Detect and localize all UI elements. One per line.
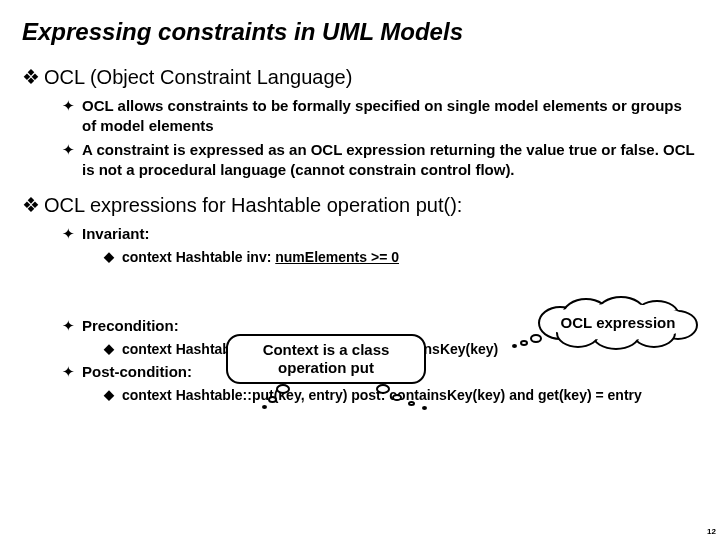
sub-bullet-icon: ✦ [62, 224, 82, 244]
section-ocl-expr: ❖ OCL expressions for Hashtable operatio… [22, 192, 698, 218]
callout-tail-icon [376, 384, 390, 394]
ocl-point-1-text: OCL allows constraints to be formally sp… [82, 96, 698, 136]
callout-tail-icon [268, 396, 277, 403]
sub-sub-bullet-icon: ◆ [104, 340, 122, 358]
callout-box: Context is a class operation put [226, 334, 426, 384]
callout-tail-icon [422, 406, 427, 410]
section-ocl-def: ❖ OCL (Object Constraint Language) [22, 64, 698, 90]
invariant-expr-row: ◆ context Hashtable inv: numElements >= … [104, 248, 698, 266]
ocl-point-2-text: A constraint is expressed as an OCL expr… [82, 140, 698, 180]
cloud-tail-icon [512, 344, 517, 348]
page-number: 12 [707, 527, 716, 536]
diamond-bullet-icon: ❖ [22, 192, 44, 218]
callout-tail-icon [276, 384, 290, 394]
callout-tail-icon [262, 405, 267, 409]
sub-bullet-icon: ✦ [62, 316, 82, 336]
cloud-text: OCL expression [544, 304, 692, 340]
ocl-def-heading: OCL (Object Constraint Language) [44, 64, 352, 90]
callout-tail-icon [392, 394, 402, 401]
cloud-shape: OCL expression [538, 300, 698, 344]
precondition-label: Precondition: [82, 316, 179, 336]
sub-sub-bullet-icon: ◆ [104, 386, 122, 404]
sub-bullet-icon: ✦ [62, 96, 82, 136]
invariant-row: ✦ Invariant: [62, 224, 698, 244]
callout-text: Context is a class operation put [236, 341, 416, 377]
invariant-expr: context Hashtable inv: numElements >= 0 [122, 248, 399, 266]
sub-bullet-icon: ✦ [62, 140, 82, 180]
ocl-expr-heading: OCL expressions for Hashtable operation … [44, 192, 462, 218]
ocl-point-2: ✦ A constraint is expressed as an OCL ex… [62, 140, 698, 180]
cloud-ocl-expression: OCL expression [538, 300, 698, 350]
sub-sub-bullet-icon: ◆ [104, 248, 122, 266]
cloud-tail-icon [520, 340, 528, 346]
callout-tail-icon [408, 401, 415, 406]
callout-context: Context is a class operation put [226, 334, 426, 402]
slide-title: Expressing constraints in UML Models [22, 18, 698, 46]
sub-bullet-icon: ✦ [62, 362, 82, 382]
invariant-underlined: numElements >= 0 [275, 249, 399, 265]
diamond-bullet-icon: ❖ [22, 64, 44, 90]
invariant-label: Invariant: [82, 224, 150, 244]
cloud-tail-icon [530, 334, 542, 343]
ocl-point-1: ✦ OCL allows constraints to be formally … [62, 96, 698, 136]
postcondition-label: Post-condition: [82, 362, 192, 382]
